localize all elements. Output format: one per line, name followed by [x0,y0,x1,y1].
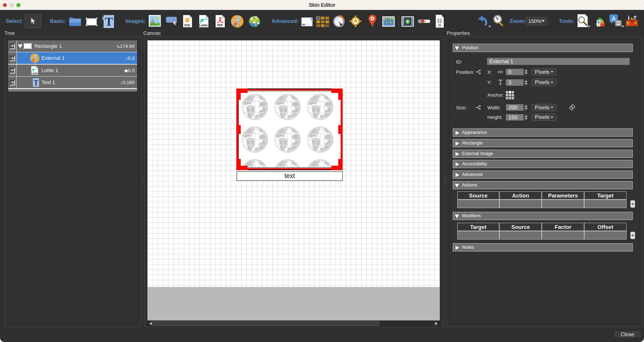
svg-text:{;}: {;} [438,18,442,23]
svg-text:T: T [34,78,38,87]
svg-text:Lottie: Lottie [200,23,208,27]
svg-text:T: T [105,15,113,28]
svg-text:A: A [612,15,616,22]
svg-text:Lottie: Lottie [31,72,38,74]
svg-text:SVG: SVG [184,23,190,27]
svg-text:JS: JS [438,23,441,27]
svg-text:PDF: PDF [217,23,223,27]
